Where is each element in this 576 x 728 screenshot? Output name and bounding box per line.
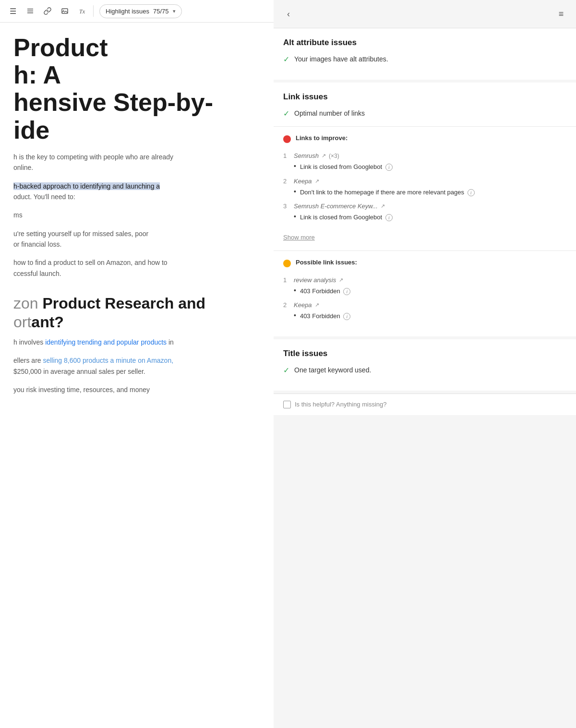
editor-content: Product h: A hensive Step-by- ide h is t…	[0, 23, 274, 415]
highlight-count: 75/75	[153, 8, 169, 15]
possible-link-detail-keepa: • 403 Forbidden i	[294, 311, 566, 321]
possible-links-list: 1 review analysis ↗ • 403 Forbidden i	[283, 276, 566, 321]
info-icon-keepa-1[interactable]: i	[468, 189, 475, 196]
possible-links-header: Possible link issues:	[283, 259, 566, 271]
title-issues-title: Title issues	[283, 349, 566, 358]
feedback-row: Is this helpful? Anything missing?	[274, 394, 576, 415]
link-row-2: 2 Keepa ↗	[283, 178, 566, 185]
possible-link-name-review[interactable]: review analysis	[294, 276, 336, 284]
link-name-semrush[interactable]: Semrush	[294, 152, 319, 159]
selling-link[interactable]: selling 8,600 products a minute on Amazo…	[43, 357, 173, 364]
title-issues-text: One target keyword used.	[294, 365, 371, 375]
external-link-icon-3: ↗	[381, 203, 385, 209]
links-to-improve-label: Links to improve:	[296, 134, 348, 142]
intro-para-5: how to find a product to sell on Amazon,…	[13, 257, 260, 279]
link-detail-semrush: • Link is closed from Googlebot i	[294, 162, 566, 172]
link-detail-keepa-1: • Don't link to the homepage if there ar…	[294, 188, 566, 197]
possible-link-row-2: 2 Keepa ↗	[283, 301, 566, 309]
orange-dot-icon	[283, 260, 291, 267]
list-icon[interactable]	[23, 4, 37, 18]
alt-attribute-section: Alt attribute issues ✓ Your images have …	[274, 28, 576, 80]
link-name-semrush-ecom[interactable]: Semrush E-commerce Keyw...	[294, 203, 378, 210]
chevron-down-icon: ▾	[173, 8, 176, 14]
link-item-semrush-ecom: 3 Semrush E-commerce Keyw... ↗ • Link is…	[283, 203, 566, 222]
show-more-button[interactable]: Show more	[283, 232, 315, 243]
svg-rect-0	[27, 9, 33, 10]
feedback-checkbox[interactable]	[283, 401, 291, 408]
link-detail-semrush-ecom: • Link is closed from Googlebot i	[294, 213, 566, 222]
hamburger-icon[interactable]: ☰	[6, 4, 20, 18]
possible-link-row-1: 1 review analysis ↗	[283, 276, 566, 284]
info-icon-semrush[interactable]: i	[385, 164, 393, 171]
external-link-icon-keepa: ↗	[315, 302, 319, 308]
external-link-icon: ↗	[322, 153, 326, 159]
toolbar-divider	[93, 5, 94, 17]
link-number-2: 2	[283, 178, 291, 185]
intro-para-2: h-backed approach to identifying and lau…	[13, 181, 260, 203]
link-badge-semrush: (×3)	[329, 153, 339, 159]
link-number-3: 3	[283, 203, 291, 210]
bullet-icon-2: •	[294, 188, 296, 195]
link-name-keepa-1[interactable]: Keepa	[294, 178, 312, 185]
image-icon[interactable]	[58, 4, 72, 18]
article-title: Product h: A hensive Step-by- ide	[13, 34, 260, 144]
possible-link-keepa: 2 Keepa ↗ • 403 Forbidden i	[283, 301, 566, 321]
red-dot-icon	[283, 135, 291, 143]
bullet-icon-4: •	[294, 286, 296, 294]
editor-toolbar: ☰ Tx Hig	[0, 0, 274, 23]
checkmark-icon: ✓	[283, 109, 289, 118]
info-icon-semrush-ecom[interactable]: i	[385, 214, 393, 221]
alt-attribute-title: Alt attribute issues	[283, 38, 566, 48]
bullet-icon-5: •	[294, 311, 296, 319]
section-heading: zon Product Research and ortant?	[13, 294, 260, 331]
possible-links-label: Possible link issues:	[296, 259, 357, 266]
optimal-links-text: Optimal number of links	[294, 108, 365, 119]
svg-rect-2	[27, 12, 33, 13]
issues-header: ‹ ≡	[274, 0, 576, 28]
text-icon[interactable]: Tx	[75, 4, 89, 18]
highlight-issues-button[interactable]: Highlight issues 75/75 ▾	[99, 4, 182, 18]
editor-panel: ☰ Tx Hig	[0, 0, 274, 728]
section-divider	[274, 126, 576, 127]
links-to-improve-header: Links to improve:	[283, 134, 566, 146]
possible-link-detail-review: • 403 Forbidden i	[294, 286, 566, 296]
info-icon-keepa[interactable]: i	[343, 313, 350, 320]
bullet-icon: •	[294, 162, 296, 170]
link-icon[interactable]	[40, 4, 55, 18]
link-item-semrush: 1 Semrush ↗ (×3) • Link is closed from G…	[283, 152, 566, 172]
section-para-1: h involves identifying trending and popu…	[13, 337, 260, 347]
optimal-links-item: ✓ Optimal number of links	[283, 108, 566, 119]
possible-divider	[274, 251, 576, 251]
link-number-1: 1	[283, 152, 291, 159]
link-detail-text-semrush-ecom: Link is closed from Googlebot i	[300, 213, 393, 222]
link-item-keepa-1: 2 Keepa ↗ • Don't link to the homepage i…	[283, 178, 566, 197]
issues-panel: ‹ ≡ Alt attribute issues ✓ Your images h…	[274, 0, 576, 728]
menu-button[interactable]: ≡	[554, 7, 568, 21]
back-button[interactable]: ‹	[281, 7, 296, 21]
possible-link-number-1: 1	[283, 276, 291, 284]
link-row-1: 1 Semrush ↗ (×3)	[283, 152, 566, 159]
feedback-text: Is this helpful? Anything missing?	[295, 401, 387, 408]
possible-link-number-2: 2	[283, 301, 291, 309]
svg-text:Tx: Tx	[79, 8, 85, 15]
title-issues-section: Title issues ✓ One target keyword used.	[274, 339, 576, 391]
links-to-improve-list: 1 Semrush ↗ (×3) • Link is closed from G…	[283, 152, 566, 222]
link-detail-text-keepa-1: Don't link to the homepage if there are …	[300, 188, 475, 197]
svg-rect-1	[27, 11, 33, 12]
link-detail-text-semrush: Link is closed from Googlebot i	[300, 162, 393, 172]
possible-link-name-keepa[interactable]: Keepa	[294, 301, 312, 309]
section-para-2: ellers are selling 8,600 products a minu…	[13, 355, 260, 377]
possible-links-section: Possible link issues: 1 review analysis …	[283, 259, 566, 321]
checkmark-icon: ✓	[283, 55, 289, 64]
highlight-label: Highlight issues	[106, 8, 149, 15]
svg-point-4	[63, 10, 64, 11]
intro-para-1: h is the key to competing with people wh…	[13, 152, 260, 173]
link-row-3: 3 Semrush E-commerce Keyw... ↗	[283, 203, 566, 210]
svg-rect-3	[62, 9, 68, 13]
section-para-3: you risk investing time, resources, and …	[13, 384, 260, 395]
info-icon-review[interactable]: i	[343, 288, 350, 295]
alt-attribute-success: ✓ Your images have alt attributes.	[283, 54, 566, 64]
external-link-icon-2: ↗	[315, 178, 319, 184]
identifying-link[interactable]: identifying trending and popular product…	[45, 338, 167, 346]
intro-para-4: u're setting yourself up for missed sale…	[13, 228, 260, 250]
